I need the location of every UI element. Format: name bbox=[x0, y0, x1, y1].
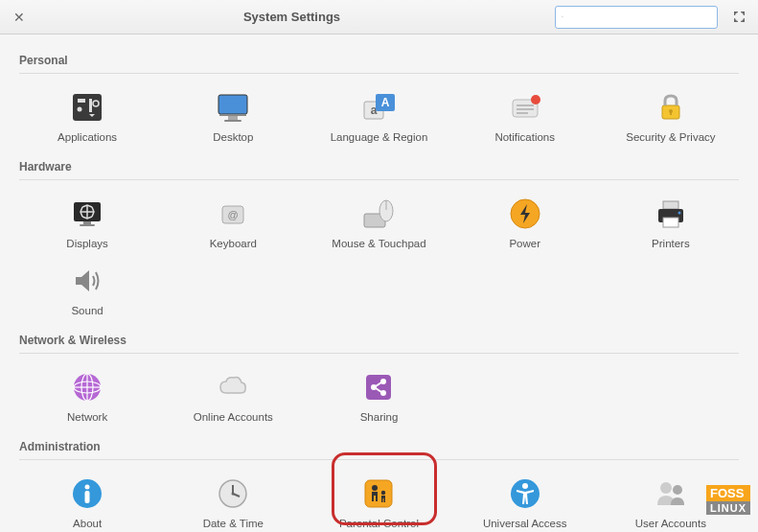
search-field[interactable] bbox=[555, 6, 718, 29]
item-network[interactable]: Network bbox=[19, 367, 155, 425]
item-displays[interactable]: Displays bbox=[19, 194, 155, 251]
network-grid: Network Online Accounts S bbox=[19, 367, 739, 425]
svg-point-20 bbox=[531, 95, 540, 104]
titlebar: ✕ System Settings bbox=[0, 0, 758, 35]
close-icon: ✕ bbox=[13, 10, 25, 25]
svg-point-58 bbox=[381, 491, 385, 495]
svg-rect-9 bbox=[219, 114, 246, 116]
info-icon bbox=[69, 475, 105, 512]
svg-rect-2 bbox=[73, 94, 102, 121]
svg-point-0 bbox=[562, 16, 563, 17]
sharing-icon bbox=[360, 369, 397, 405]
item-power[interactable]: Power bbox=[457, 194, 593, 251]
svg-point-57 bbox=[372, 485, 378, 491]
svg-line-1 bbox=[563, 17, 563, 18]
label: Notifications bbox=[494, 131, 555, 143]
item-about[interactable]: About bbox=[19, 474, 155, 531]
label: Desktop bbox=[213, 131, 253, 143]
svg-point-50 bbox=[85, 485, 90, 490]
watermark: FOSS LINUX bbox=[706, 485, 750, 515]
svg-rect-25 bbox=[83, 221, 91, 224]
accessibility-icon bbox=[507, 475, 543, 512]
label: Sharing bbox=[360, 411, 399, 423]
parental-icon bbox=[360, 475, 397, 512]
svg-rect-3 bbox=[78, 99, 85, 103]
label: Keyboard bbox=[210, 238, 257, 249]
hardware-grid: Displays @ Keyboard Mouse & Touchpad bbox=[19, 194, 739, 318]
svg-point-61 bbox=[660, 482, 672, 494]
sound-icon bbox=[69, 263, 105, 299]
section-personal: Personal bbox=[19, 44, 739, 74]
label: Language & Region bbox=[331, 131, 428, 143]
label: Network bbox=[67, 411, 107, 423]
window-title: System Settings bbox=[29, 10, 555, 24]
svg-rect-43 bbox=[366, 375, 391, 400]
svg-rect-26 bbox=[80, 224, 95, 226]
svg-rect-34 bbox=[663, 201, 678, 209]
applications-icon bbox=[69, 89, 105, 126]
item-printers[interactable]: Printers bbox=[603, 194, 739, 251]
svg-point-37 bbox=[678, 212, 680, 215]
svg-rect-51 bbox=[85, 491, 90, 503]
section-admin: Administration bbox=[19, 430, 739, 460]
mouse-icon bbox=[360, 196, 397, 232]
svg-rect-5 bbox=[89, 99, 92, 112]
item-keyboard[interactable]: @ Keyboard bbox=[165, 194, 301, 251]
section-hardware: Hardware bbox=[19, 150, 739, 180]
item-sound[interactable]: Sound bbox=[19, 261, 155, 318]
svg-point-60 bbox=[522, 483, 528, 489]
item-parental-control[interactable]: Parental Control bbox=[310, 474, 447, 531]
label: Printers bbox=[652, 238, 690, 249]
clock-icon bbox=[215, 475, 251, 512]
label: Sound bbox=[71, 305, 103, 316]
label: User Accounts bbox=[635, 518, 706, 529]
power-icon bbox=[507, 196, 543, 232]
cloud-icon bbox=[215, 369, 251, 405]
settings-content: Personal Applications bbox=[0, 35, 758, 531]
close-button[interactable]: ✕ bbox=[10, 8, 29, 27]
printer-icon bbox=[653, 196, 689, 232]
label: About bbox=[73, 518, 102, 529]
item-online-accounts[interactable]: Online Accounts bbox=[165, 367, 301, 425]
item-mouse[interactable]: Mouse & Touchpad bbox=[310, 194, 447, 251]
svg-rect-56 bbox=[365, 480, 392, 507]
label: Displays bbox=[66, 238, 107, 249]
item-language[interactable]: a A Language & Region bbox=[310, 87, 447, 145]
label: Parental Control bbox=[339, 518, 419, 529]
search-icon bbox=[562, 11, 563, 23]
lock-icon bbox=[653, 89, 689, 126]
watermark-bottom: LINUX bbox=[706, 501, 750, 515]
svg-point-62 bbox=[673, 485, 682, 495]
desktop-icon bbox=[215, 89, 251, 126]
svg-rect-7 bbox=[218, 95, 247, 114]
search-input[interactable] bbox=[567, 11, 711, 24]
svg-rect-11 bbox=[224, 120, 241, 122]
svg-point-55 bbox=[232, 493, 235, 496]
item-universal-access[interactable]: Universal Access bbox=[457, 474, 593, 531]
users-icon bbox=[653, 475, 689, 512]
item-security[interactable]: Security & Privacy bbox=[603, 87, 739, 145]
label: Universal Access bbox=[483, 518, 567, 529]
fullscreen-button[interactable] bbox=[729, 8, 748, 27]
watermark-top: FOSS bbox=[706, 485, 750, 501]
keyboard-icon: @ bbox=[215, 196, 251, 232]
personal-grid: Applications Desktop a A bbox=[19, 87, 739, 145]
svg-rect-36 bbox=[663, 218, 678, 227]
label: Applications bbox=[57, 131, 117, 143]
item-desktop[interactable]: Desktop bbox=[165, 87, 301, 145]
displays-icon bbox=[69, 196, 105, 232]
notifications-icon bbox=[507, 89, 543, 126]
fullscreen-icon bbox=[733, 11, 746, 23]
item-sharing[interactable]: Sharing bbox=[310, 367, 447, 425]
item-applications[interactable]: Applications bbox=[19, 87, 155, 145]
item-notifications[interactable]: Notifications bbox=[457, 87, 593, 145]
svg-text:A: A bbox=[381, 96, 390, 109]
svg-text:@: @ bbox=[228, 209, 239, 220]
admin-grid: About Date & Time bbox=[19, 474, 739, 531]
label: Online Accounts bbox=[194, 411, 273, 423]
item-datetime[interactable]: Date & Time bbox=[165, 474, 301, 531]
svg-rect-10 bbox=[228, 116, 238, 120]
label: Security & Privacy bbox=[626, 131, 715, 143]
label: Mouse & Touchpad bbox=[332, 238, 425, 249]
svg-point-4 bbox=[78, 107, 82, 112]
